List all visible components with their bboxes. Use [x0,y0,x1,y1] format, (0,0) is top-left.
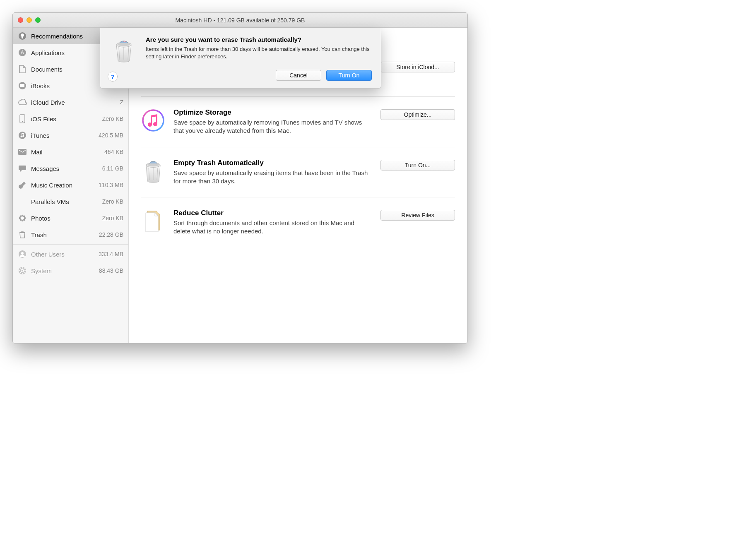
sidebar-item-other-users[interactable]: Other Users 333.4 MB [13,246,128,262]
svg-point-9 [22,215,24,217]
sidebar-item-size: 110.3 MB [99,182,123,188]
sidebar-item-size: 464 KB [104,149,123,155]
svg-point-14 [23,216,25,218]
svg-point-10 [22,220,24,222]
sidebar-item-size: 333.4 MB [99,251,123,257]
svg-point-13 [20,216,22,218]
sidebar-item-label: Photos [31,215,98,222]
sidebar-item-mail[interactable]: Mail 464 KB [13,144,128,160]
trash-icon [18,230,27,239]
sidebar-item-messages[interactable]: Messages 6.11 GB [13,160,128,177]
users-icon [18,250,27,259]
turn-on--button[interactable]: Turn On... [380,160,455,170]
svg-point-32 [147,163,159,166]
sidebar-item-label: Messages [31,165,98,172]
sidebar-item-size: Zero KB [102,115,123,122]
confirm-erase-trash-dialog: Are you sure you want to erase Trash aut… [100,28,381,89]
recommendation-title: Optimize Storage [173,108,372,117]
svg-text:A: A [21,50,24,55]
gear-icon [18,266,27,275]
sidebar-separator [13,244,128,245]
blank-icon [18,197,27,206]
dialog-title: Are you sure you want to erase Trash aut… [146,36,372,43]
trash-icon [109,36,138,65]
sidebar-item-music-creation[interactable]: Music Creation 110.3 MB [13,177,128,193]
recommendation-reduce-clutter: Reduce Clutter Sort through documents an… [141,197,455,247]
recommendation-description: Save space by automatically removing iTu… [173,118,372,135]
phone-icon [18,114,27,123]
recommendation-description: Sort through documents and other content… [173,219,372,236]
book-icon [18,81,27,90]
turn-on-button[interactable]: Turn On [326,70,372,81]
sidebar-item-label: Music Creation [31,182,94,189]
svg-point-17 [22,217,24,219]
sidebar-item-parallels-vms[interactable]: Parallels VMs Zero KB [13,193,128,210]
svg-point-15 [20,219,22,221]
sidebar-item-photos[interactable]: Photos Zero KB [13,210,128,226]
sidebar-item-size: Zero KB [102,198,123,205]
sidebar-item-trash[interactable]: Trash 22.28 GB [13,226,128,243]
titlebar: Macintosh HD - 121.09 GB available of 25… [13,13,467,28]
speech-icon [18,164,27,173]
sidebar-item-icloud-drive[interactable]: iCloud Drive Z [13,94,128,110]
storage-window: Macintosh HD - 121.09 GB available of 25… [12,12,468,343]
cancel-button[interactable]: Cancel [276,70,321,81]
dialog-body: Items left in the Trash for more than 30… [146,46,372,60]
review-files-button[interactable]: Review Files [380,210,455,221]
mail-icon [18,147,27,156]
music-note-icon [18,131,27,140]
sidebar-item-size: 88.43 GB [99,267,123,274]
cloud-icon [18,98,27,107]
sidebar-item-label: Other Users [31,251,94,258]
recommendation-title: Empty Trash Automatically [173,159,372,167]
recommendation-empty-trash-automatically: Empty Trash Automatically Save space by … [141,147,455,197]
sidebar-item-size: Zero KB [102,215,123,221]
sidebar-item-label: iCloud Drive [31,99,116,106]
svg-point-16 [23,219,25,221]
sidebar-item-label: Parallels VMs [31,198,98,205]
recommendation-optimize-storage: Optimize Storage Save space by automatic… [141,96,455,147]
sidebar-item-label: Trash [31,231,95,238]
svg-point-12 [24,217,26,219]
sidebar-item-size: Z [120,99,123,106]
sidebar-item-ios-files[interactable]: iOS Files Zero KB [13,110,128,127]
svg-point-30 [143,110,164,131]
sidebar-item-label: iTunes [31,132,94,139]
sidebar-item-itunes[interactable]: iTunes 420.5 MB [13,127,128,144]
sidebar-item-size: 420.5 MB [99,132,123,139]
recommendation-description: Save space by automatically erasing item… [173,169,372,186]
svg-point-11 [19,217,21,219]
sidebar-item-label: Mail [31,149,100,156]
window-title: Macintosh HD - 121.09 GB available of 25… [13,17,467,24]
svg-point-7 [19,132,26,139]
sidebar-item-label: System [31,267,95,274]
svg-point-19 [21,252,24,254]
svg-rect-1 [22,38,23,38]
app-icon: A [18,48,27,57]
store-in-icloud--button[interactable]: Store in iCloud... [380,62,455,72]
sidebar-item-size: 22.28 GB [99,231,123,238]
flower-icon [18,214,27,223]
trash-icon [141,159,165,183]
sidebar-item-label: iOS Files [31,115,98,122]
docs-icon [141,209,165,233]
recommendation-title: Reduce Clutter [173,209,372,217]
sidebar-item-size: 6.11 GB [102,165,123,172]
sidebar-item-system[interactable]: System 88.43 GB [13,262,128,279]
guitar-icon [18,180,27,190]
svg-rect-8 [18,149,26,155]
svg-point-6 [22,121,23,122]
lightbulb-icon [18,31,27,41]
itunes-icon [141,108,165,132]
help-button[interactable]: ? [108,72,118,82]
document-icon [18,65,27,74]
optimize--button[interactable]: Optimize... [380,109,455,120]
